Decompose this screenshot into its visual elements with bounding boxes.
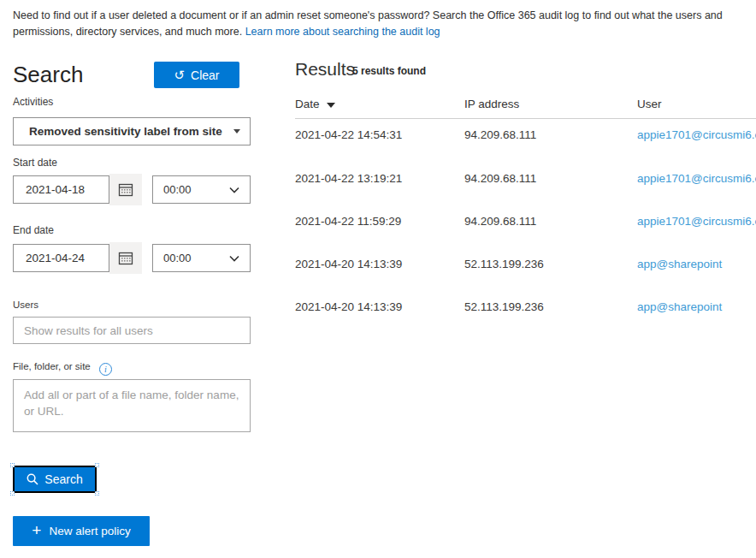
end-time-select[interactable]: 00:00	[152, 244, 251, 272]
end-time-value: 00:00	[163, 252, 192, 264]
focus-corner-handle	[10, 463, 15, 467]
new-alert-policy-label: New alert policy	[49, 525, 130, 537]
row-user-link[interactable]: appie1701@circusmi6.on	[637, 128, 756, 141]
row-date: 2021-04-22 13:19:21	[295, 172, 402, 185]
search-button-label: Search	[44, 472, 82, 486]
row-date: 2021-04-22 11:59:29	[295, 215, 401, 228]
intro-line-2-text: permissions, directory services, and muc…	[13, 26, 245, 38]
search-button-focus-ring: Search	[13, 466, 97, 493]
undo-arrow-icon: ↺	[174, 68, 185, 81]
users-label: Users	[13, 300, 38, 310]
search-button[interactable]: Search	[15, 467, 95, 491]
header-divider	[295, 118, 756, 119]
file-folder-site-input[interactable]	[13, 379, 251, 432]
start-date-input[interactable]	[13, 175, 109, 204]
focus-corner-handle	[10, 491, 15, 496]
file-folder-site-label: File, folder, or site i	[13, 361, 112, 376]
chevron-down-icon	[233, 129, 240, 134]
row-user-link[interactable]: app@sharepoint	[637, 258, 722, 270]
row-ip: 94.209.68.111	[464, 172, 536, 185]
focus-corner-handle	[95, 463, 99, 467]
row-date: 2021-04-22 14:54:31	[295, 128, 402, 141]
end-date-calendar-button[interactable]	[109, 242, 142, 274]
intro-paragraph: Need to find out if a user deleted a doc…	[13, 8, 756, 40]
start-time-value: 00:00	[163, 183, 192, 196]
end-date-input[interactable]	[13, 244, 109, 272]
row-date: 2021-04-20 14:13:39	[295, 258, 402, 270]
info-icon[interactable]: i	[99, 363, 112, 376]
chevron-down-icon	[229, 255, 239, 262]
audit-log-search-page: Need to find out if a user deleted a doc…	[0, 0, 756, 558]
clear-button[interactable]: ↺ Clear	[154, 62, 239, 88]
file-folder-site-label-text: File, folder, or site	[13, 361, 91, 371]
calendar-icon	[118, 251, 133, 266]
plus-icon: +	[32, 522, 41, 538]
start-time-select[interactable]: 00:00	[152, 175, 251, 204]
chevron-down-icon	[229, 187, 239, 193]
learn-more-link[interactable]: Learn more about searching the audit log	[245, 26, 440, 38]
search-icon	[27, 473, 38, 485]
sort-descending-icon	[327, 103, 335, 108]
calendar-icon	[118, 182, 133, 198]
results-count: 5 results found	[352, 65, 426, 77]
search-panel-title: Search	[13, 62, 83, 88]
column-header-date-label: Date	[295, 98, 320, 110]
results-title: Results	[295, 59, 355, 80]
row-ip: 94.209.68.111	[464, 215, 536, 228]
column-header-ip[interactable]: IP address	[464, 98, 519, 110]
start-date-calendar-button[interactable]	[109, 174, 142, 205]
row-user-link[interactable]: app@sharepoint	[637, 300, 722, 313]
activities-selected-value: Removed sensitivity label from site	[29, 125, 222, 138]
users-input[interactable]	[13, 317, 251, 344]
activities-label: Activities	[13, 96, 53, 108]
row-user-link[interactable]: appie1701@circusmi6.on	[637, 172, 756, 185]
clear-button-label: Clear	[191, 68, 219, 82]
intro-line-2: permissions, directory services, and muc…	[13, 24, 756, 40]
row-date: 2021-04-20 14:13:39	[295, 300, 402, 313]
column-header-user[interactable]: User	[637, 98, 662, 110]
row-ip: 52.113.199.236	[464, 300, 544, 313]
row-ip: 94.209.68.111	[464, 128, 536, 141]
column-header-date[interactable]: Date	[295, 98, 335, 110]
new-alert-policy-button[interactable]: + New alert policy	[13, 516, 150, 546]
focus-corner-handle	[95, 491, 99, 496]
activities-dropdown[interactable]: Removed sensitivity label from site	[13, 117, 251, 145]
row-user-link[interactable]: appie1701@circusmi6.on	[637, 215, 756, 228]
intro-line-1: Need to find out if a user deleted a doc…	[13, 8, 756, 24]
end-date-label: End date	[13, 224, 54, 236]
start-date-label: Start date	[13, 157, 57, 169]
row-ip: 52.113.199.236	[464, 258, 544, 270]
